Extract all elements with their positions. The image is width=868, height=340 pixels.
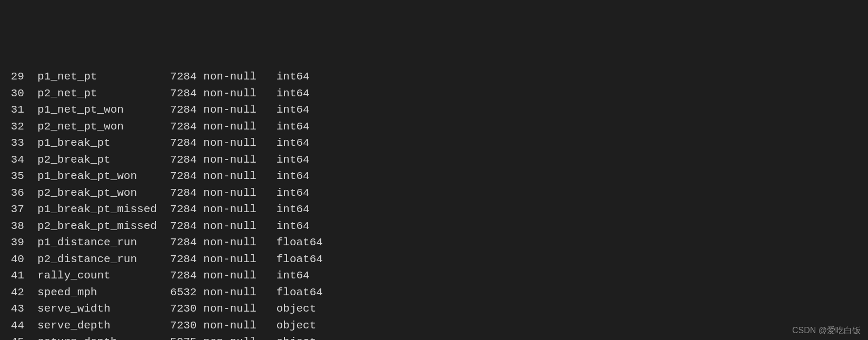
nonnull-label: non-null xyxy=(203,118,277,135)
column-name: p2_distance_run xyxy=(37,251,170,268)
dtype: int64 xyxy=(277,185,310,202)
column-index: 29 xyxy=(4,68,37,85)
info-row: 44 serve_depth 7230 non-null object xyxy=(4,317,864,334)
nonnull-count: 7284 xyxy=(170,85,203,102)
nonnull-label: non-null xyxy=(203,218,277,235)
column-name: p1_net_pt xyxy=(37,68,170,85)
info-row: 32 p2_net_pt_won 7284 non-null int64 xyxy=(4,118,864,135)
dtype: int64 xyxy=(277,135,310,152)
nonnull-count: 7284 xyxy=(170,135,203,152)
dtype: float64 xyxy=(277,251,323,268)
nonnull-label: non-null xyxy=(203,301,277,317)
column-index: 45 xyxy=(4,334,37,340)
column-index: 44 xyxy=(4,317,37,334)
info-row: 42 speed_mph 6532 non-null float64 xyxy=(4,284,864,301)
nonnull-count: 7230 xyxy=(170,301,203,317)
column-index: 36 xyxy=(4,185,37,202)
nonnull-label: non-null xyxy=(203,135,277,152)
column-name: p2_net_pt xyxy=(37,85,170,102)
nonnull-count: 7230 xyxy=(170,317,203,334)
dtype: int64 xyxy=(277,118,310,135)
column-index: 33 xyxy=(4,135,37,152)
watermark: CSDN @爱吃白饭 xyxy=(792,324,861,337)
nonnull-count: 6532 xyxy=(170,284,203,301)
column-name: p2_break_pt_won xyxy=(37,185,170,202)
nonnull-count: 7284 xyxy=(170,267,203,284)
nonnull-label: non-null xyxy=(203,284,277,301)
column-index: 34 xyxy=(4,152,37,168)
column-name: p1_distance_run xyxy=(37,234,170,251)
column-name: speed_mph xyxy=(37,284,170,301)
info-row: 33 p1_break_pt 7284 non-null int64 xyxy=(4,135,864,152)
nonnull-label: non-null xyxy=(203,102,277,118)
dtype: int64 xyxy=(277,152,310,168)
info-row: 43 serve_width 7230 non-null object xyxy=(4,301,864,317)
info-row: 29 p1_net_pt 7284 non-null int64 xyxy=(4,68,864,85)
nonnull-label: non-null xyxy=(203,234,277,251)
info-row: 41 rally_count 7284 non-null int64 xyxy=(4,267,864,284)
nonnull-label: non-null xyxy=(203,85,277,102)
info-row: 35 p1_break_pt_won 7284 non-null int64 xyxy=(4,168,864,185)
column-index: 39 xyxy=(4,234,37,251)
info-row: 36 p2_break_pt_won 7284 non-null int64 xyxy=(4,185,864,202)
column-index: 40 xyxy=(4,251,37,268)
nonnull-label: non-null xyxy=(203,168,277,185)
info-row: 38 p2_break_pt_missed 7284 non-null int6… xyxy=(4,218,864,235)
dtype: int64 xyxy=(277,168,310,185)
column-index: 43 xyxy=(4,301,37,317)
column-name: rally_count xyxy=(37,267,170,284)
nonnull-count: 7284 xyxy=(170,152,203,168)
dtype: int64 xyxy=(277,201,310,218)
info-row: 40 p2_distance_run 7284 non-null float64 xyxy=(4,251,864,268)
column-name: p2_break_pt_missed xyxy=(37,218,170,235)
nonnull-label: non-null xyxy=(203,68,277,85)
nonnull-count: 5975 xyxy=(170,334,203,340)
column-name: p1_break_pt xyxy=(37,135,170,152)
dtype: object xyxy=(277,334,317,340)
nonnull-count: 7284 xyxy=(170,118,203,135)
column-index: 38 xyxy=(4,218,37,235)
info-row: 30 p2_net_pt 7284 non-null int64 xyxy=(4,85,864,102)
nonnull-label: non-null xyxy=(203,317,277,334)
dtype: int64 xyxy=(277,267,310,284)
nonnull-count: 7284 xyxy=(170,185,203,202)
dtype: int64 xyxy=(277,68,310,85)
column-index: 30 xyxy=(4,85,37,102)
dtype: int64 xyxy=(277,218,310,235)
column-name: p1_break_pt_missed xyxy=(37,201,170,218)
nonnull-count: 7284 xyxy=(170,218,203,235)
column-name: p2_break_pt xyxy=(37,152,170,168)
nonnull-label: non-null xyxy=(203,201,277,218)
column-index: 32 xyxy=(4,118,37,135)
nonnull-label: non-null xyxy=(203,267,277,284)
nonnull-count: 7284 xyxy=(170,251,203,268)
column-name: p2_net_pt_won xyxy=(37,118,170,135)
dtype: int64 xyxy=(277,85,310,102)
info-row: 34 p2_break_pt 7284 non-null int64 xyxy=(4,152,864,168)
nonnull-label: non-null xyxy=(203,185,277,202)
nonnull-label: non-null xyxy=(203,334,277,340)
column-index: 31 xyxy=(4,102,37,118)
nonnull-count: 7284 xyxy=(170,201,203,218)
column-name: serve_width xyxy=(37,301,170,317)
dtype: float64 xyxy=(277,284,323,301)
nonnull-count: 7284 xyxy=(170,234,203,251)
info-row: 45 return_depth 5975 non-null object xyxy=(4,334,864,340)
nonnull-label: non-null xyxy=(203,251,277,268)
nonnull-count: 7284 xyxy=(170,68,203,85)
column-name: p1_net_pt_won xyxy=(37,102,170,118)
dtype: object xyxy=(277,317,317,334)
nonnull-count: 7284 xyxy=(170,168,203,185)
column-name: return_depth xyxy=(37,334,170,340)
nonnull-label: non-null xyxy=(203,152,277,168)
dtype: object xyxy=(277,301,317,317)
column-index: 35 xyxy=(4,168,37,185)
column-index: 42 xyxy=(4,284,37,301)
column-name: p1_break_pt_won xyxy=(37,168,170,185)
info-row: 31 p1_net_pt_won 7284 non-null int64 xyxy=(4,102,864,118)
dtype: int64 xyxy=(277,102,310,118)
dtype: float64 xyxy=(277,234,323,251)
nonnull-count: 7284 xyxy=(170,102,203,118)
column-index: 37 xyxy=(4,201,37,218)
info-row: 37 p1_break_pt_missed 7284 non-null int6… xyxy=(4,201,864,218)
